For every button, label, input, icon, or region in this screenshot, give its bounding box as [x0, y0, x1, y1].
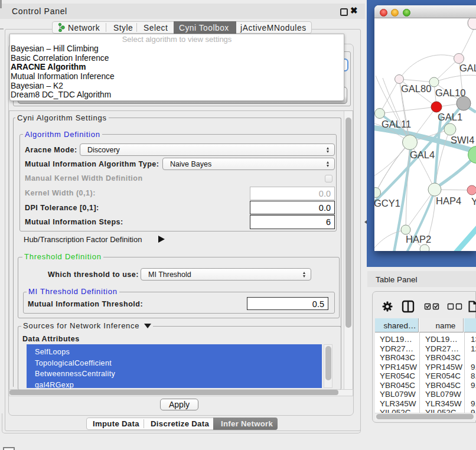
- svg-text:HAP4: HAP4: [436, 195, 461, 206]
- svg-text:Y: Y: [471, 196, 476, 207]
- svg-text:GAL11: GAL11: [382, 119, 411, 129]
- svg-text:GCY1: GCY1: [374, 198, 400, 208]
- svg-text:GAL4: GAL4: [410, 149, 435, 160]
- svg-text:SWI4: SWI4: [451, 135, 474, 145]
- svg-text:GAL10: GAL10: [435, 87, 465, 98]
- svg-text:GAL1: GAL1: [438, 112, 462, 122]
- svg-text:GAL80: GAL80: [401, 83, 431, 94]
- svg-text:HAP2: HAP2: [406, 234, 431, 244]
- svg-text:GAL: GAL: [459, 63, 476, 73]
